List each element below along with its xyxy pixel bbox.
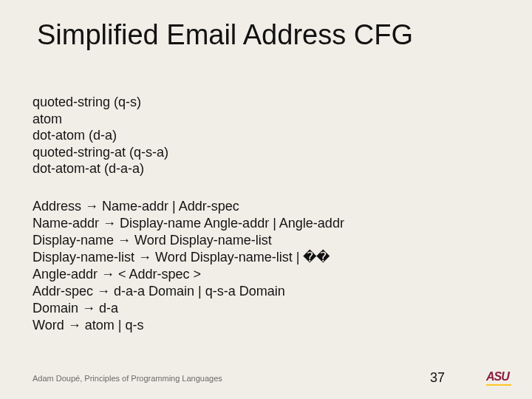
rule-line: Address → Name-addr | Addr-spec bbox=[33, 198, 344, 215]
footer-credit: Adam Doupé, Principles of Programming La… bbox=[33, 374, 222, 383]
grammar-block: Address → Name-addr | Addr-spec Name-add… bbox=[33, 198, 344, 334]
rule-line: Word → atom | q-s bbox=[33, 317, 344, 334]
def-line: quoted-string-at (q-s-a) bbox=[33, 144, 168, 161]
def-line: dot-atom (d-a) bbox=[33, 127, 168, 144]
asu-logo: ASU bbox=[486, 370, 511, 386]
def-line: atom bbox=[33, 111, 168, 128]
asu-logo-text: ASU bbox=[486, 370, 509, 383]
rule-line: Name-addr → Display-name Angle-addr | An… bbox=[33, 215, 344, 232]
rule-line: Display-name → Word Display-name-list bbox=[33, 232, 344, 249]
slide: Simplified Email Address CFG quoted-stri… bbox=[0, 0, 532, 399]
def-line: dot-atom-at (d-a-a) bbox=[33, 160, 168, 177]
rule-line: Addr-spec → d-a-a Domain | q-s-a Domain bbox=[33, 283, 344, 300]
definitions-block: quoted-string (q-s) atom dot-atom (d-a) … bbox=[33, 94, 168, 177]
asu-logo-bar bbox=[486, 384, 511, 386]
rule-line: Domain → d-a bbox=[33, 300, 344, 317]
rule-line: Angle-addr → < Addr-spec > bbox=[33, 266, 344, 283]
page-title: Simplified Email Address CFG bbox=[37, 19, 413, 51]
rule-line: Display-name-list → Word Display-name-li… bbox=[33, 249, 344, 266]
def-line: quoted-string (q-s) bbox=[33, 94, 168, 111]
page-number: 37 bbox=[430, 370, 445, 386]
